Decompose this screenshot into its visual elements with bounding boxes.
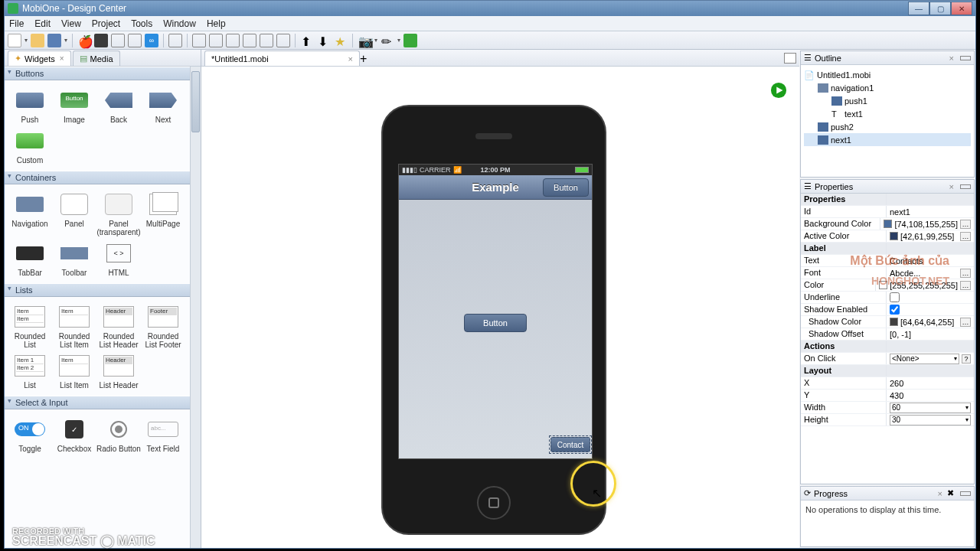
new-icon[interactable] [8,34,21,47]
align-left-icon[interactable] [192,34,206,47]
nav-button[interactable]: Button [543,178,589,197]
widget-custom[interactable]: Custom [8,127,52,165]
prop-onclick[interactable]: <None>▾? [887,353,974,364]
tablet-icon[interactable] [111,34,125,47]
tab-widgets[interactable]: ✦Widgets× [8,51,71,66]
wifi-icon: 📶 [453,166,462,174]
tab-untitled[interactable]: *Untitled1.mobi× [204,51,360,66]
canvas[interactable]: ▮▮▮▯CARRIER📶 12:00 PM Example Button But… [201,67,799,548]
outline-text1[interactable]: text1 [844,109,863,119]
link-icon[interactable]: ∞ [145,34,158,47]
bring-front-icon[interactable]: ⬆ [300,34,314,47]
menu-help[interactable]: Help [207,18,226,29]
prop-font[interactable]: Abcde...… [887,267,974,279]
widget-image[interactable]: Image [52,86,96,124]
prop-width[interactable]: 60▾ [887,402,974,413]
save-icon[interactable] [47,34,61,47]
category-containers[interactable]: Containers [5,171,201,184]
prop-y[interactable]: 430 [887,390,974,401]
menu-tools[interactable]: Tools [131,18,152,29]
clear-icon[interactable]: ✖ [947,488,954,498]
maximize-editor-button[interactable] [784,53,796,64]
titlebar: MobiOne - Design Center — ▢ ✕ [5,1,975,16]
prop-active[interactable]: [42,61,99,255]… [887,230,974,242]
menu-edit[interactable]: Edit [34,18,51,29]
prop-text[interactable]: Contacts [887,255,974,266]
category-lists[interactable]: Lists [5,283,201,297]
widget-toolbar[interactable]: Toolbar [52,240,96,277]
prop-shadow-color[interactable]: [64,64,64,255]… [887,316,974,328]
menu-project[interactable]: Project [92,18,120,29]
tab-media[interactable]: ▤Media [73,51,120,66]
outline-navigation[interactable]: navigation1 [831,83,874,93]
category-select-input[interactable]: Select & Input [5,396,201,409]
widget-rounded-list-item[interactable]: ItemRounded List Item [52,303,96,349]
open-icon[interactable] [31,34,44,47]
close-button[interactable]: ✕ [951,2,972,15]
center-button[interactable]: Button [464,314,527,332]
grid-icon[interactable] [168,34,182,47]
prop-color[interactable]: [255,255,255,255]… [876,279,974,291]
run-icon[interactable] [403,34,417,47]
scrollbar[interactable] [190,67,201,548]
widget-radio[interactable]: Radio Button [96,416,141,453]
widget-list[interactable]: Item 1Item 2List [8,352,52,390]
phone-screen[interactable]: ▮▮▮▯CARRIER📶 12:00 PM Example Button But… [398,164,593,459]
menu-file[interactable]: File [9,18,24,29]
outline-push2[interactable]: push2 [831,122,854,132]
prop-x[interactable]: 260 [887,377,974,389]
widget-next[interactable]: Next [141,86,185,124]
widget-toggle[interactable]: Toggle [8,416,52,453]
maximize-button[interactable]: ▢ [929,2,951,15]
outline-root[interactable]: Untitled1.mobi [817,70,871,80]
widget-textfield[interactable]: abc...Text Field [141,416,185,453]
minimize-button[interactable]: — [908,2,929,15]
prop-shadow-enabled[interactable] [887,304,974,315]
close-icon[interactable]: × [348,54,353,64]
camera-icon[interactable]: 📷 [358,34,371,47]
widget-rounded-list-header[interactable]: HeaderRounded List Header [96,303,141,349]
align-mid-icon[interactable] [260,34,273,47]
prop-shadow-offset[interactable]: [0, -1] [887,328,974,340]
align-top-icon[interactable] [243,34,256,47]
outline-next1[interactable]: next1 [831,135,851,145]
play-icon[interactable] [770,82,787,99]
apple-icon[interactable]: 🍎 [77,34,91,47]
new-tab-button[interactable]: + [360,52,367,66]
close-icon[interactable]: × [949,54,954,63]
send-back-icon[interactable]: ⬇ [317,34,331,47]
align-bottom-icon[interactable] [276,34,290,47]
widget-panel-transparent[interactable]: Panel (transparent) [96,191,141,236]
home-button[interactable] [477,486,511,520]
widget-back[interactable]: Back [96,86,141,124]
category-buttons[interactable]: Buttons [5,67,201,80]
contact-button[interactable]: Contact [550,437,590,452]
widget-push[interactable]: Push [8,86,52,124]
prop-id[interactable]: next1 [887,206,974,217]
prop-bg[interactable]: [74,108,155,255]… [880,218,974,230]
menu-view[interactable]: View [61,18,81,29]
widget-checkbox[interactable]: ✓Checkbox [52,416,96,453]
widget-panel[interactable]: Panel [52,191,96,236]
close-icon[interactable]: × [949,182,954,191]
widget-navigation[interactable]: Navigation [8,191,52,236]
menu-window[interactable]: Window [163,18,196,29]
prop-underline[interactable] [887,292,974,303]
widget-multipage[interactable]: MultiPage [141,191,185,236]
widget-list-item[interactable]: ItemList Item [52,352,96,390]
tablet2-icon[interactable] [128,34,142,47]
prop-height[interactable]: 30▾ [887,414,974,425]
widget-tabbar[interactable]: TabBar [8,240,52,277]
widget-html[interactable]: < >HTML [96,240,141,277]
wand-icon[interactable]: ✏ [381,34,394,47]
align-right-icon[interactable] [226,34,240,47]
star-icon[interactable]: ★ [334,34,348,47]
phone-icon[interactable] [94,34,108,47]
close-icon[interactable]: × [938,489,942,498]
widget-rounded-list[interactable]: ItemItemRounded List [8,303,52,349]
widget-rounded-list-footer[interactable]: FooterRounded List Footer [141,303,185,349]
align-center-icon[interactable] [209,34,223,47]
widget-list-header[interactable]: HeaderList Header [96,352,141,390]
close-icon[interactable]: × [60,54,64,63]
outline-push1[interactable]: push1 [844,96,867,106]
